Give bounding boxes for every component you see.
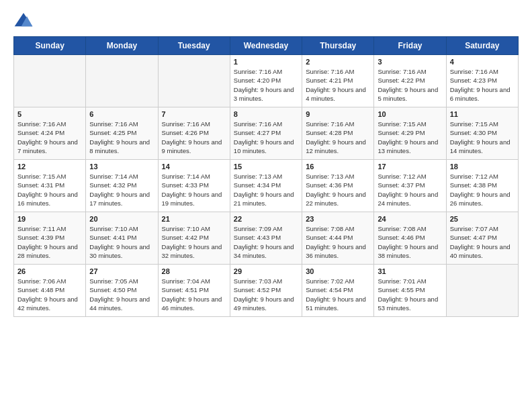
day-number: 28: [162, 267, 226, 275]
day-info: Sunrise: 7:16 AM Sunset: 4:25 PM Dayligh…: [89, 120, 154, 155]
day-number: 14: [162, 163, 226, 171]
day-info: Sunrise: 7:10 AM Sunset: 4:41 PM Dayligh…: [89, 224, 154, 260]
day-info: Sunrise: 7:13 AM Sunset: 4:34 PM Dayligh…: [234, 172, 298, 208]
calendar-cell: 20Sunrise: 7:10 AM Sunset: 4:41 PM Dayli…: [86, 212, 158, 265]
day-number: 16: [306, 163, 370, 171]
calendar-cell: 17Sunrise: 7:12 AM Sunset: 4:37 PM Dayli…: [374, 160, 446, 212]
calendar-cell: 23Sunrise: 7:08 AM Sunset: 4:44 PM Dayli…: [302, 212, 374, 265]
day-info: Sunrise: 7:05 AM Sunset: 4:50 PM Dayligh…: [89, 277, 154, 312]
calendar-cell: 25Sunrise: 7:07 AM Sunset: 4:47 PM Dayli…: [446, 212, 518, 265]
day-info: Sunrise: 7:06 AM Sunset: 4:48 PM Dayligh…: [17, 277, 82, 312]
day-info: Sunrise: 7:16 AM Sunset: 4:21 PM Dayligh…: [306, 67, 370, 103]
day-info: Sunrise: 7:16 AM Sunset: 4:26 PM Dayligh…: [162, 120, 226, 155]
day-info: Sunrise: 7:16 AM Sunset: 4:24 PM Dayligh…: [17, 120, 82, 155]
day-number: 17: [378, 163, 442, 171]
calendar-cell: 21Sunrise: 7:10 AM Sunset: 4:42 PM Dayli…: [158, 212, 230, 265]
weekday-header-wednesday: Wednesday: [230, 37, 302, 55]
day-number: 26: [17, 267, 82, 275]
day-info: Sunrise: 7:16 AM Sunset: 4:23 PM Dayligh…: [450, 67, 515, 103]
calendar-cell: 9Sunrise: 7:16 AM Sunset: 4:28 PM Daylig…: [302, 107, 374, 160]
day-info: Sunrise: 7:09 AM Sunset: 4:43 PM Dayligh…: [234, 224, 298, 260]
day-info: Sunrise: 7:13 AM Sunset: 4:36 PM Dayligh…: [306, 172, 370, 208]
day-number: 2: [306, 58, 370, 66]
calendar-cell: 16Sunrise: 7:13 AM Sunset: 4:36 PM Dayli…: [302, 160, 374, 212]
calendar-cell: 10Sunrise: 7:15 AM Sunset: 4:29 PM Dayli…: [374, 107, 446, 160]
day-number: 23: [306, 215, 370, 223]
calendar-cell: 11Sunrise: 7:15 AM Sunset: 4:30 PM Dayli…: [446, 107, 518, 160]
week-row: 12Sunrise: 7:15 AM Sunset: 4:31 PM Dayli…: [14, 160, 519, 212]
day-info: Sunrise: 7:08 AM Sunset: 4:46 PM Dayligh…: [378, 224, 442, 260]
calendar-cell: 30Sunrise: 7:02 AM Sunset: 4:54 PM Dayli…: [302, 265, 374, 317]
weekday-header-sunday: Sunday: [14, 37, 86, 55]
calendar-cell: 15Sunrise: 7:13 AM Sunset: 4:34 PM Dayli…: [230, 160, 302, 212]
page-header: [13, 11, 519, 31]
day-info: Sunrise: 7:15 AM Sunset: 4:31 PM Dayligh…: [17, 172, 82, 208]
day-info: Sunrise: 7:08 AM Sunset: 4:44 PM Dayligh…: [306, 224, 370, 260]
day-info: Sunrise: 7:12 AM Sunset: 4:38 PM Dayligh…: [450, 172, 515, 208]
day-number: 21: [162, 215, 226, 223]
logo-icon: [13, 11, 34, 31]
logo: [13, 11, 36, 31]
weekday-header-row: SundayMondayTuesdayWednesdayThursdayFrid…: [14, 37, 519, 55]
day-number: 3: [378, 58, 442, 66]
main-container: SundayMondayTuesdayWednesdayThursdayFrid…: [0, 0, 532, 324]
day-number: 7: [162, 110, 226, 118]
calendar-cell: 6Sunrise: 7:16 AM Sunset: 4:25 PM Daylig…: [86, 107, 158, 160]
day-info: Sunrise: 7:07 AM Sunset: 4:47 PM Dayligh…: [450, 224, 515, 260]
calendar-cell: 24Sunrise: 7:08 AM Sunset: 4:46 PM Dayli…: [374, 212, 446, 265]
day-number: 29: [234, 267, 298, 275]
week-row: 5Sunrise: 7:16 AM Sunset: 4:24 PM Daylig…: [14, 107, 519, 160]
day-number: 30: [306, 267, 370, 275]
day-number: 25: [450, 215, 515, 223]
day-info: Sunrise: 7:03 AM Sunset: 4:52 PM Dayligh…: [234, 277, 298, 312]
day-number: 20: [89, 215, 154, 223]
day-number: 10: [378, 110, 442, 118]
calendar-cell: 19Sunrise: 7:11 AM Sunset: 4:39 PM Dayli…: [14, 212, 86, 265]
weekday-header-saturday: Saturday: [446, 37, 518, 55]
calendar-cell: 22Sunrise: 7:09 AM Sunset: 4:43 PM Dayli…: [230, 212, 302, 265]
calendar-cell: 2Sunrise: 7:16 AM Sunset: 4:21 PM Daylig…: [302, 55, 374, 107]
calendar-cell: 1Sunrise: 7:16 AM Sunset: 4:20 PM Daylig…: [230, 55, 302, 107]
calendar-cell: 27Sunrise: 7:05 AM Sunset: 4:50 PM Dayli…: [86, 265, 158, 317]
day-number: 22: [234, 215, 298, 223]
calendar-table: SundayMondayTuesdayWednesdayThursdayFrid…: [13, 36, 519, 317]
day-number: 15: [234, 163, 298, 171]
day-number: 4: [450, 58, 515, 66]
calendar-cell: [446, 265, 518, 317]
calendar-cell: 12Sunrise: 7:15 AM Sunset: 4:31 PM Dayli…: [14, 160, 86, 212]
day-info: Sunrise: 7:01 AM Sunset: 4:55 PM Dayligh…: [378, 277, 442, 312]
calendar-cell: 26Sunrise: 7:06 AM Sunset: 4:48 PM Dayli…: [14, 265, 86, 317]
day-number: 19: [17, 215, 82, 223]
calendar-cell: [158, 55, 230, 107]
weekday-header-tuesday: Tuesday: [158, 37, 230, 55]
day-info: Sunrise: 7:02 AM Sunset: 4:54 PM Dayligh…: [306, 277, 370, 312]
day-info: Sunrise: 7:16 AM Sunset: 4:22 PM Dayligh…: [378, 67, 442, 103]
day-info: Sunrise: 7:15 AM Sunset: 4:30 PM Dayligh…: [450, 120, 515, 155]
day-info: Sunrise: 7:16 AM Sunset: 4:28 PM Dayligh…: [306, 120, 370, 155]
day-info: Sunrise: 7:14 AM Sunset: 4:33 PM Dayligh…: [162, 172, 226, 208]
day-number: 6: [89, 110, 154, 118]
day-info: Sunrise: 7:04 AM Sunset: 4:51 PM Dayligh…: [162, 277, 226, 312]
day-number: 27: [89, 267, 154, 275]
calendar-cell: 13Sunrise: 7:14 AM Sunset: 4:32 PM Dayli…: [86, 160, 158, 212]
calendar-cell: 14Sunrise: 7:14 AM Sunset: 4:33 PM Dayli…: [158, 160, 230, 212]
day-number: 1: [234, 58, 298, 66]
calendar-cell: 5Sunrise: 7:16 AM Sunset: 4:24 PM Daylig…: [14, 107, 86, 160]
calendar-cell: 3Sunrise: 7:16 AM Sunset: 4:22 PM Daylig…: [374, 55, 446, 107]
day-number: 11: [450, 110, 515, 118]
calendar-cell: 18Sunrise: 7:12 AM Sunset: 4:38 PM Dayli…: [446, 160, 518, 212]
week-row: 1Sunrise: 7:16 AM Sunset: 4:20 PM Daylig…: [14, 55, 519, 107]
calendar-cell: [14, 55, 86, 107]
day-number: 12: [17, 163, 82, 171]
day-number: 13: [89, 163, 154, 171]
day-number: 24: [378, 215, 442, 223]
calendar-cell: 8Sunrise: 7:16 AM Sunset: 4:27 PM Daylig…: [230, 107, 302, 160]
week-row: 26Sunrise: 7:06 AM Sunset: 4:48 PM Dayli…: [14, 265, 519, 317]
day-number: 9: [306, 110, 370, 118]
calendar-cell: 4Sunrise: 7:16 AM Sunset: 4:23 PM Daylig…: [446, 55, 518, 107]
weekday-header-monday: Monday: [86, 37, 158, 55]
day-info: Sunrise: 7:15 AM Sunset: 4:29 PM Dayligh…: [378, 120, 442, 155]
day-number: 31: [378, 267, 442, 275]
week-row: 19Sunrise: 7:11 AM Sunset: 4:39 PM Dayli…: [14, 212, 519, 265]
calendar-cell: 28Sunrise: 7:04 AM Sunset: 4:51 PM Dayli…: [158, 265, 230, 317]
